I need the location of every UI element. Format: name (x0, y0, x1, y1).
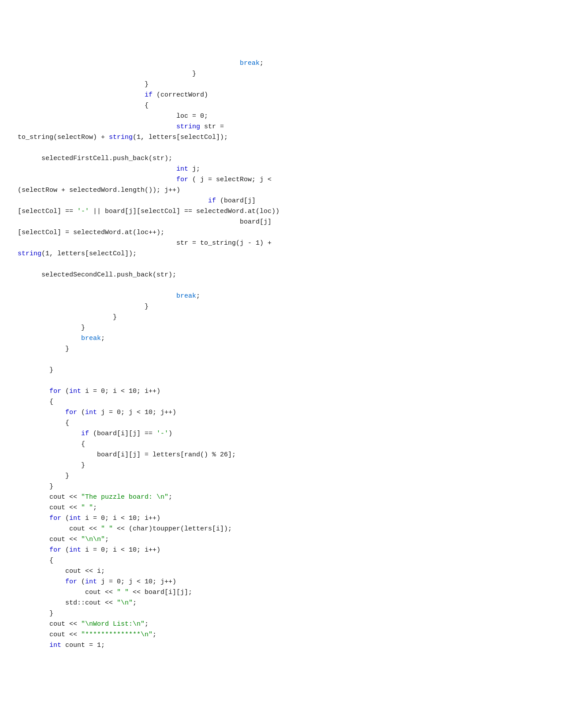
code-line (18, 143, 544, 153)
code-token: for (65, 409, 77, 416)
code-token: to_string(selectRow) + (18, 134, 109, 141)
code-line (18, 280, 544, 291)
code-token: { (18, 441, 85, 448)
code-line: break; (18, 58, 544, 69)
code-token: "\n" (117, 599, 133, 607)
code-line: } (18, 69, 544, 79)
code-token (18, 409, 65, 416)
code-token: j; (188, 165, 200, 173)
code-token (18, 197, 208, 205)
code-token: ; (105, 536, 109, 543)
code-token: int (176, 165, 188, 173)
code-token: (selectRow + selectedWord.length()); j++… (18, 187, 180, 194)
code-token: || board[j][selectCol] == selectedWord.a… (89, 208, 279, 215)
code-token: count = 1; (61, 642, 105, 649)
code-token: (correctWord) (153, 91, 208, 99)
code-token: ; (196, 292, 200, 300)
code-token: if (81, 430, 89, 437)
code-line: int count = 1; (18, 640, 544, 651)
code-line: cout << i; (18, 566, 544, 577)
code-token: str = to_string(j - 1) + (18, 239, 272, 247)
code-token (18, 515, 49, 522)
code-line: } (18, 609, 544, 619)
code-token: j = 0; j < 10; j++) (97, 409, 176, 416)
code-line: { (18, 418, 544, 429)
code-token (18, 430, 81, 437)
code-line: board[i][j] = letters[rand() % 26]; (18, 450, 544, 460)
code-line: cout << "\n\n"; (18, 534, 544, 545)
code-token: { (18, 398, 53, 406)
code-token: i = 0; i < 10; i++) (81, 388, 160, 395)
code-token: cout << (18, 525, 101, 533)
code-token: ; (145, 620, 149, 628)
code-token: for (49, 388, 61, 395)
code-line: string str = (18, 122, 544, 132)
code-line: } (18, 471, 544, 482)
code-token: int (85, 578, 97, 586)
code-token: "\n\n" (81, 536, 105, 543)
code-token: board[i][j] = letters[rand() % 26]; (18, 451, 236, 459)
code-token: for (49, 546, 61, 554)
code-token: ; (93, 504, 97, 511)
code-line: board[j] (18, 217, 544, 228)
code-token (18, 165, 176, 173)
code-line: for (int i = 0; i < 10; i++) (18, 545, 544, 556)
code-line: cout << " " << (char)toupper(letters[i])… (18, 524, 544, 534)
code-line (18, 355, 544, 365)
code-token: board[j] (18, 218, 272, 226)
code-line: } (18, 344, 544, 355)
code-token: break (81, 335, 101, 342)
code-line: } (18, 323, 544, 333)
code-token: (1, letters[selectCol]); (41, 250, 137, 258)
code-token: [selectCol] == (18, 208, 77, 215)
code-token (18, 60, 240, 67)
code-line: } (18, 482, 544, 492)
code-token: cout << (18, 631, 81, 638)
code-token: if (208, 197, 216, 205)
code-token: } (18, 314, 117, 321)
code-line: [selectCol] = selectedWord.at(loc++); (18, 228, 544, 238)
code-line (18, 259, 544, 270)
code-token: std::cout << (18, 599, 117, 607)
code-token: selectedFirstCell.push_back(str); (18, 155, 172, 162)
code-token: "The puzzle board: \n" (81, 493, 168, 501)
code-token: str = (200, 123, 224, 131)
code-token: ( (77, 578, 85, 586)
code-token: cout << (18, 620, 81, 628)
code-line: string(1, letters[selectCol]); (18, 249, 544, 259)
code-token: for (49, 515, 61, 522)
code-token: j = 0; j < 10; j++) (97, 578, 176, 586)
code-token: } (18, 472, 69, 480)
code-line: for (int i = 0; i < 10; i++) (18, 386, 544, 397)
code-token: << (char)toupper(letters[i]); (113, 525, 232, 533)
code-token: for (65, 578, 77, 586)
code-token (18, 335, 81, 342)
code-line: break; (18, 333, 544, 344)
code-line (18, 376, 544, 386)
code-line: { (18, 397, 544, 407)
code-token: } (18, 303, 149, 310)
code-token: "\nWord List:\n" (81, 620, 145, 628)
code-token: break (240, 60, 260, 67)
code-token: ; (153, 631, 156, 638)
code-token: { (18, 557, 53, 564)
code-line: if (correctWord) (18, 90, 544, 101)
code-line: to_string(selectRow) + string(1, letters… (18, 132, 544, 143)
code-line: int j; (18, 164, 544, 175)
code-view: break; } } if (correctWord) { (13, 18, 549, 660)
code-token: } (18, 483, 53, 490)
code-line: } (18, 460, 544, 471)
code-token: ( (61, 515, 69, 522)
code-token (18, 292, 176, 300)
code-token: } (18, 81, 149, 88)
code-line: if (board[j] (18, 196, 544, 206)
code-token: [selectCol] = selectedWord.at(loc++); (18, 229, 164, 236)
code-token: } (18, 366, 53, 374)
code-token: (1, letters[selectCol]); (133, 134, 228, 141)
code-line: } (18, 302, 544, 312)
code-line: selectedSecondCell.push_back(str); (18, 270, 544, 280)
code-line: { (18, 556, 544, 566)
code-token: " " (81, 504, 93, 511)
code-token: } (18, 462, 85, 469)
code-line: } (18, 365, 544, 376)
